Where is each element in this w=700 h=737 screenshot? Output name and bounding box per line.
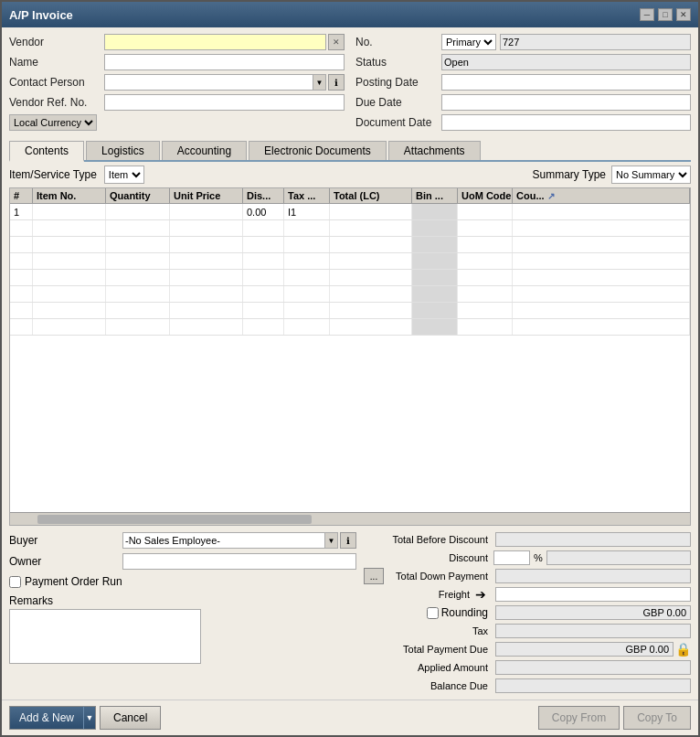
cell-disc-2[interactable] bbox=[243, 220, 284, 236]
total-payment-due-row: Total Payment Due GBP 0.00 🔒 bbox=[364, 641, 691, 657]
total-payment-due-label: Total Payment Due bbox=[364, 644, 492, 655]
buyer-dropdown[interactable]: ▼ bbox=[122, 532, 338, 549]
cell-tax-2[interactable] bbox=[284, 220, 330, 236]
table-row[interactable] bbox=[10, 237, 690, 253]
contact-person-info-btn[interactable]: ℹ bbox=[328, 74, 345, 91]
copy-from-button[interactable]: Copy From bbox=[538, 706, 620, 730]
cell-disc-1[interactable]: 0.00 bbox=[243, 204, 284, 219]
contact-person-dropdown[interactable]: ▼ bbox=[104, 74, 326, 91]
cell-uom-1[interactable] bbox=[458, 204, 513, 219]
summary-section: Summary Type No Summary bbox=[533, 166, 691, 184]
tab-logistics[interactable]: Logistics bbox=[86, 141, 160, 160]
maximize-button[interactable]: □ bbox=[658, 8, 673, 21]
total-before-discount-label: Total Before Discount bbox=[364, 534, 492, 545]
tab-contents[interactable]: Contents bbox=[9, 141, 84, 162]
copy-to-button[interactable]: Copy To bbox=[623, 706, 691, 730]
cell-qty-2[interactable] bbox=[106, 220, 170, 236]
vendor-ref-input[interactable] bbox=[104, 94, 345, 111]
cell-itemno-2[interactable] bbox=[33, 220, 106, 236]
name-row: Name bbox=[9, 53, 345, 71]
col-header-tax: Tax ... bbox=[284, 188, 330, 203]
cell-unitprice-1[interactable] bbox=[170, 204, 243, 219]
tab-accounting[interactable]: Accounting bbox=[162, 141, 247, 160]
freight-icon: ➔ bbox=[473, 587, 488, 602]
close-button[interactable]: ✕ bbox=[676, 8, 691, 21]
add-new-arrow[interactable]: ▼ bbox=[83, 706, 96, 730]
contact-person-input[interactable] bbox=[105, 75, 313, 90]
rounding-label: Rounding bbox=[441, 606, 488, 619]
cell-unitprice-2[interactable] bbox=[170, 220, 243, 236]
local-currency-row: Local Currency bbox=[9, 113, 345, 132]
table-row[interactable] bbox=[10, 319, 690, 336]
table-controls: Item/Service Type Item Summary Type No S… bbox=[9, 162, 691, 187]
owner-input[interactable] bbox=[122, 553, 356, 570]
name-input[interactable] bbox=[104, 54, 345, 70]
summary-type-select[interactable]: No Summary bbox=[611, 166, 691, 184]
tax-value bbox=[495, 624, 691, 638]
contact-person-arrow[interactable]: ▼ bbox=[313, 75, 325, 90]
freight-value[interactable] bbox=[495, 587, 691, 602]
cell-uom-2[interactable] bbox=[458, 220, 513, 236]
table-row[interactable] bbox=[10, 286, 690, 303]
add-new-group: Add & New ▼ bbox=[9, 706, 96, 730]
buyer-info-btn[interactable]: ℹ bbox=[340, 532, 356, 549]
buyer-label: Buyer bbox=[9, 534, 119, 547]
pct-sign: % bbox=[534, 552, 543, 563]
vendor-label: Vendor bbox=[9, 36, 101, 48]
table-row[interactable] bbox=[10, 253, 690, 270]
remarks-textarea[interactable] bbox=[9, 609, 201, 664]
buyer-input[interactable] bbox=[123, 533, 324, 548]
col-header-itemno: Item No. bbox=[33, 188, 106, 203]
table-row[interactable] bbox=[10, 270, 690, 286]
local-currency-select[interactable]: Local Currency bbox=[9, 114, 97, 131]
minimize-button[interactable]: ─ bbox=[640, 8, 654, 21]
balance-due-label: Balance Due bbox=[364, 680, 492, 691]
table-row[interactable] bbox=[10, 303, 690, 319]
vendor-search-btn[interactable]: ✕ bbox=[328, 34, 345, 50]
col-header-unitprice: Unit Price bbox=[170, 188, 243, 203]
total-down-payment-row: ... Total Down Payment bbox=[364, 568, 691, 584]
cell-total-1[interactable] bbox=[330, 204, 412, 219]
discount-pct-input[interactable] bbox=[493, 550, 530, 565]
document-date-input[interactable] bbox=[441, 114, 691, 131]
tab-attachments[interactable]: Attachments bbox=[388, 141, 481, 160]
due-date-label: Due Date bbox=[355, 96, 438, 109]
total-before-discount-row: Total Before Discount bbox=[364, 531, 691, 548]
col-header-disc: Dis... bbox=[243, 188, 284, 203]
cell-cou-1[interactable] bbox=[513, 204, 690, 219]
cell-total-2[interactable] bbox=[330, 220, 412, 236]
contact-person-field-group: ▼ ℹ bbox=[104, 74, 345, 91]
table-row[interactable] bbox=[10, 220, 690, 237]
rounding-checkbox[interactable] bbox=[427, 607, 439, 619]
cell-itemno-1[interactable] bbox=[33, 204, 106, 219]
balance-due-row: Balance Due bbox=[364, 678, 691, 694]
add-new-button[interactable]: Add & New bbox=[9, 706, 83, 730]
payment-order-checkbox[interactable] bbox=[9, 576, 21, 588]
no-value-input bbox=[500, 34, 691, 50]
down-payment-btn[interactable]: ... bbox=[364, 568, 384, 584]
horizontal-scrollbar[interactable] bbox=[10, 512, 690, 525]
no-type-select[interactable]: Primary bbox=[441, 34, 496, 50]
bottom-section: Buyer ▼ ℹ Owner Payment Order Ru bbox=[9, 526, 691, 696]
tab-electronic-documents[interactable]: Electronic Documents bbox=[249, 141, 387, 160]
owner-row: Owner bbox=[9, 552, 356, 571]
cancel-button[interactable]: Cancel bbox=[100, 706, 161, 730]
item-service-type-select[interactable]: Item bbox=[104, 166, 144, 184]
freight-row: Freight ➔ bbox=[364, 586, 691, 603]
vendor-input[interactable] bbox=[104, 34, 326, 50]
cell-qty-1[interactable] bbox=[106, 204, 170, 219]
col-header-uom: UoM Code bbox=[458, 188, 513, 203]
total-payment-due-value: GBP 0.00 bbox=[495, 642, 673, 657]
buyer-arrow[interactable]: ▼ bbox=[324, 533, 337, 548]
cell-cou-2[interactable] bbox=[513, 220, 690, 236]
right-bottom: Total Before Discount Discount % ... Tot… bbox=[364, 531, 691, 694]
cell-bin-2 bbox=[412, 220, 458, 236]
item-service-type-label: Item/Service Type bbox=[9, 168, 97, 181]
discount-row: Discount % bbox=[364, 550, 691, 566]
table-row[interactable]: 1 0.00 I1 bbox=[10, 204, 690, 220]
cell-tax-1[interactable]: I1 bbox=[284, 204, 330, 219]
total-down-payment-value bbox=[495, 569, 691, 583]
rounding-row: Rounding GBP 0.00 bbox=[364, 604, 691, 621]
posting-date-input[interactable] bbox=[441, 74, 691, 91]
due-date-input[interactable] bbox=[441, 94, 691, 111]
